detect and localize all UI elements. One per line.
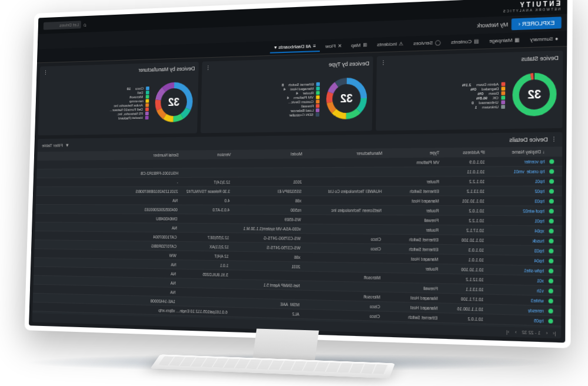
status-dot	[548, 268, 553, 273]
status-dot	[549, 169, 554, 174]
table-row[interactable]: hp0210.13.1.2Ethernet SwitchHUAWEI Techn…	[36, 187, 562, 197]
card-menu-icon[interactable]: ⋮	[205, 65, 211, 71]
status-dot	[549, 179, 553, 184]
status-dot	[549, 228, 553, 233]
status-dot	[549, 159, 554, 164]
brand-logo: ENTUITYNETWORK ANALYTICS	[502, 0, 561, 13]
tab-flow[interactable]: ✕ Flow	[321, 41, 346, 51]
status-dot	[549, 189, 553, 194]
status-dot	[548, 288, 553, 293]
status-dot	[548, 278, 553, 283]
status-dot	[549, 208, 553, 213]
device-table: ⋮Device Details ▼ Filter Table ↓ Display…	[32, 132, 563, 338]
status-dot	[548, 298, 553, 303]
tab-incidents[interactable]: ⚠ Incidents	[373, 39, 408, 49]
search-input[interactable]	[44, 21, 81, 29]
status-dot	[548, 308, 553, 313]
breadcrumb[interactable]: My Network	[477, 21, 508, 29]
card-menu-icon[interactable]: ⋮	[43, 70, 48, 76]
tab-contents[interactable]: ▤ Contents	[446, 36, 483, 47]
card-devices-by-manufacturer: Devices by Manufacturer⋮ 32 Cisco10DellM…	[38, 62, 199, 135]
status-dot	[549, 218, 553, 223]
tab-all-dashboards[interactable]: ≡ All Dashboards ▾	[270, 41, 320, 54]
donut-type: 32	[324, 75, 369, 121]
status-dot	[549, 258, 553, 263]
status-dot	[548, 318, 553, 323]
filter-table[interactable]: ▼ Filter Table	[42, 142, 69, 148]
status-dot	[549, 248, 553, 253]
card-menu-icon[interactable]: ⋮	[380, 60, 386, 66]
donut-manufacturer: 32	[153, 80, 195, 124]
explorer-button[interactable]: EXPLORER ‹	[512, 16, 562, 30]
tab-map[interactable]: ⊞ Map	[347, 40, 372, 50]
tab-summary[interactable]: ● Summary	[526, 34, 563, 45]
card-device-status: Device Status⋮ 32 Admin Down2.1%Degraded…	[376, 51, 563, 131]
search-icon: ⌕	[83, 21, 86, 27]
status-dot	[549, 198, 553, 203]
donut-status: 32	[510, 71, 559, 119]
monitor-frame: ENTUITYNETWORK ANALYTICS ⌕ EXPLORER ‹ My…	[25, 0, 573, 348]
card-devices-by-type: Devices by Type⋮ 32 Ethernet Switch8Mana…	[201, 56, 373, 133]
tab-mainpage[interactable]: ▦ Mainpage	[485, 35, 524, 46]
status-dot	[549, 238, 553, 243]
table-row[interactable]: hp0110.1.2.2Router203112.3(14)T-	[36, 177, 562, 187]
table-title: ⋮Device Details	[510, 136, 557, 143]
global-search[interactable]: ⌕	[44, 20, 87, 29]
tab-services[interactable]: ◯ Services	[409, 38, 446, 48]
